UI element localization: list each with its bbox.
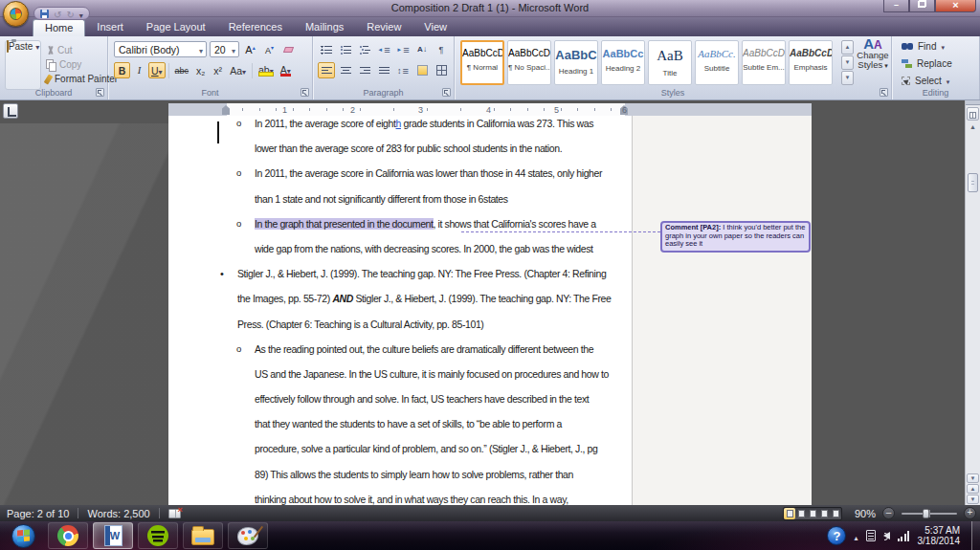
style-heading-1[interactable]: AaBbCHeading 1 [554,40,598,85]
scrollbar-thumb[interactable] [968,173,978,192]
tab-insert[interactable]: Insert [85,19,135,36]
document-line[interactable]: than 1 state and not significantly diffe… [220,187,611,211]
document-line[interactable]: oIn 2011, the average score in Californi… [220,161,611,186]
style-emphasis[interactable]: AaBbCcDtEmphasis [789,40,833,85]
text-segment[interactable]: that they wanted the students to have a … [255,418,562,429]
find-button[interactable]: Find [902,39,979,54]
document-line[interactable]: lower than the average score of 283 for … [220,136,611,161]
document-line[interactable]: effectively follow through and solve. In… [220,386,611,411]
tab-page-layout[interactable]: Page Layout [135,19,217,36]
spellcheck-icon[interactable] [168,509,181,518]
zoom-in-button[interactable] [964,507,976,519]
text-segment[interactable]: lower than the average score of 283 for … [255,143,562,154]
zoom-slider-thumb[interactable] [923,509,929,518]
save-button[interactable] [40,5,49,22]
copy-button[interactable]: Copy [46,57,118,72]
align-center-button[interactable] [337,62,354,78]
multilevel-list-button[interactable] [356,41,373,57]
text-segment[interactable]: procedure, solve a particular kind of pr… [255,443,597,454]
taskbar-word-button[interactable] [93,522,133,549]
decrease-indent-button[interactable] [375,41,392,57]
style-subtitle[interactable]: AaBbCc.Subtitle [695,40,739,85]
bold-button[interactable]: B [114,62,130,78]
taskbar-chrome-button[interactable] [48,522,88,549]
text-segment[interactable]: Stigler J., & Hiebert, J. (1999). The te… [353,293,612,304]
draft-view-button[interactable] [830,508,841,519]
style-scroll-down[interactable]: ▼ [841,55,854,70]
document-line[interactable]: oIn 2011, the average score of eighth gr… [220,111,611,136]
grow-font-button[interactable] [242,41,258,57]
replace-button[interactable]: Replace [902,56,979,71]
style-scroll-up[interactable]: ▲ [841,40,854,55]
action-center-icon[interactable] [866,530,876,541]
scroll-down-button[interactable]: ▼ [967,473,979,483]
zoom-out-button[interactable] [882,507,895,519]
text-segment[interactable]: 89) This allows the students to simply l… [255,469,573,480]
document-line[interactable]: Press. (Chapter 6: Teaching is a Cultura… [220,312,611,337]
paste-button[interactable]: Paste [5,40,41,90]
change-styles-button[interactable]: Change Styles [857,39,889,71]
page-indicator[interactable]: Page: 2 of 10 [7,508,69,519]
document-line[interactable]: US and the Japanese. In the US culture, … [220,362,611,386]
text-segment[interactable]: In 2011, the average score of eight [255,118,396,129]
qat-customize-button[interactable] [79,5,83,22]
style-heading-2[interactable]: AaBbCcHeading 2 [601,40,645,85]
taskbar-paint-button[interactable] [228,522,268,549]
redo-button[interactable] [66,5,74,22]
tab-review[interactable]: Review [355,19,412,36]
document-line[interactable]: •Stigler J., & Hiebert, J. (1999). The t… [220,261,611,286]
text-segment[interactable]: the Images, pp. 55-72) [237,293,332,304]
volume-icon[interactable] [883,532,890,539]
text-segment[interactable]: , it shows that California's scores have… [434,218,596,230]
close-button[interactable] [935,0,976,12]
strikethrough-button[interactable]: abc [172,62,192,78]
clear-formatting-button[interactable] [280,41,297,57]
document-line[interactable]: thinking about how to solve it, and in w… [220,487,611,505]
style-normal[interactable]: AaBbCcDc¶ Normal [460,40,504,85]
zoom-slider[interactable] [902,513,957,515]
text-segment[interactable]: As the reading pointed out, the culture … [255,343,593,355]
tab-references[interactable]: References [217,19,294,36]
taskbar-spotify-button[interactable] [138,522,178,549]
style-subtle-emphasis[interactable]: AaBbCcDtSubtle Em... [742,40,786,85]
next-page-button[interactable]: ▼ [967,495,979,504]
text-segment[interactable]: grade students in California was 273. Th… [401,118,593,129]
font-size-combo[interactable]: 20 [210,41,239,57]
show-hide-pilcrow-button[interactable]: ¶ [433,41,450,57]
document-line[interactable]: procedure, solve a particular kind of pr… [220,436,611,461]
tray-expand-icon[interactable] [854,527,858,544]
paste-dropdown[interactable] [35,41,39,52]
start-button[interactable] [3,522,43,549]
styles-dialog-launcher[interactable] [880,88,888,97]
text-segment[interactable]: wide gap from the nations, with decreasi… [255,243,593,254]
underline-button[interactable]: U [148,62,166,78]
office-button[interactable] [3,1,29,27]
line-spacing-button[interactable] [394,62,412,78]
document-line[interactable]: oAs the reading pointed out, the culture… [220,337,611,362]
text-segment[interactable]: effectively follow through and solve. In… [255,393,589,405]
tab-view[interactable]: View [412,19,458,36]
format-painter-button[interactable]: Format Painter [46,72,118,86]
zoom-level[interactable]: 90% [855,508,876,519]
outline-view-button[interactable] [818,508,830,519]
style-gallery-more[interactable]: ▼ [841,71,854,85]
font-dialog-launcher[interactable] [301,88,309,97]
document-line[interactable]: the Images, pp. 55-72) AND Stigler J., &… [220,286,611,311]
web-layout-view-button[interactable] [807,508,818,519]
previous-page-button[interactable]: ▲ [967,484,979,494]
tab-stop-selector[interactable] [3,103,18,119]
commented-text[interactable]: In the graph that presented in the docum… [255,218,434,230]
full-screen-view-button[interactable] [795,508,807,519]
style-title[interactable]: AaBTitle [648,40,692,85]
clipboard-dialog-launcher[interactable] [96,88,104,97]
document-line[interactable]: that they wanted the students to have a … [220,411,611,436]
text-segment[interactable]: US and the Japanese. In the US culture, … [255,368,609,380]
shading-button[interactable] [413,62,431,78]
document-line[interactable]: oIn the graph that presented in the docu… [220,211,611,236]
italic-button[interactable]: I [131,62,147,78]
word-count[interactable]: Words: 2,500 [87,508,149,519]
document-line[interactable]: wide gap from the nations, with decreasi… [220,236,611,261]
comment-balloon[interactable]: Comment [PA2]: I think you'd better put … [660,221,811,253]
cut-button[interactable]: Cut [46,43,118,57]
increase-indent-button[interactable] [394,41,412,57]
